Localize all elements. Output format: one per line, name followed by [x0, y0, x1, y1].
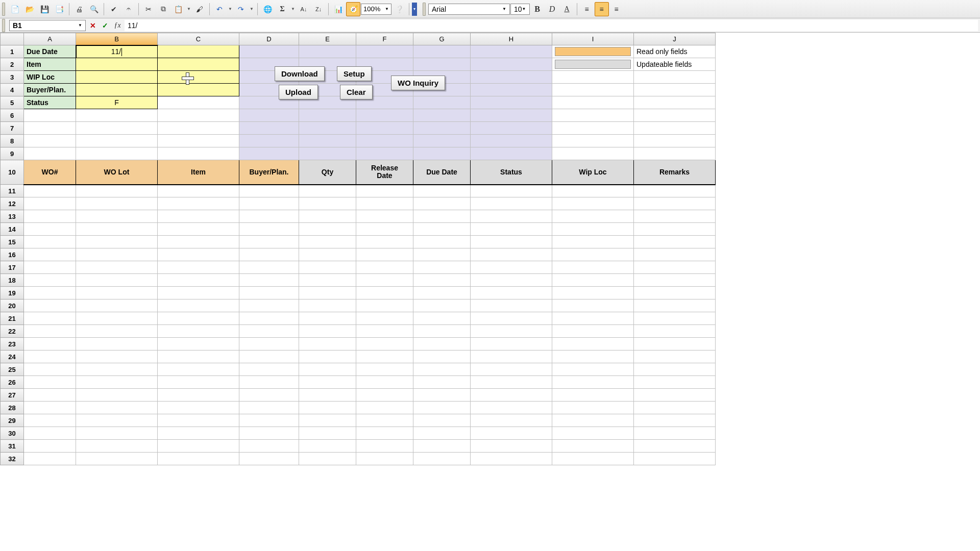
cell-A28[interactable]: [24, 402, 76, 414]
spreadsheet-area[interactable]: ABCDEFGHIJ1Due Date11/Read only fields2I…: [0, 33, 980, 551]
cell-H14[interactable]: [471, 223, 552, 236]
col-header-I[interactable]: I: [552, 33, 634, 45]
cell-G6[interactable]: [413, 109, 471, 122]
cell-A12[interactable]: [24, 197, 76, 210]
align-left-icon[interactable]: ≡: [580, 2, 594, 16]
cell-F22[interactable]: [356, 325, 413, 338]
row-header-31[interactable]: 31: [1, 440, 24, 453]
cell-F32[interactable]: [356, 453, 413, 465]
cell-H1[interactable]: [471, 45, 552, 58]
cell-B21[interactable]: [76, 312, 158, 325]
cell-B17[interactable]: [76, 261, 158, 274]
cell-H24[interactable]: [471, 350, 552, 363]
cell-G17[interactable]: [413, 261, 471, 274]
function-icon[interactable]: ƒx: [112, 20, 122, 31]
cell-E24[interactable]: [299, 350, 356, 363]
cell-E23[interactable]: [299, 338, 356, 350]
cell-J8[interactable]: [634, 135, 716, 147]
chart-icon[interactable]: 📊: [331, 2, 346, 16]
cell-E13[interactable]: [299, 210, 356, 223]
new-icon[interactable]: 📄: [8, 2, 22, 16]
cell-J29[interactable]: [634, 414, 716, 427]
cell-B19[interactable]: [76, 287, 158, 299]
cell-E16[interactable]: [299, 248, 356, 261]
cell-C31[interactable]: [158, 440, 239, 453]
cell-E25[interactable]: [299, 363, 356, 376]
cell-D20[interactable]: [239, 299, 299, 312]
cell-F9[interactable]: [356, 147, 413, 160]
cell-J13[interactable]: [634, 210, 716, 223]
col-header-G[interactable]: G: [413, 33, 471, 45]
row-header-21[interactable]: 21: [1, 312, 24, 325]
cell-D17[interactable]: [239, 261, 299, 274]
cell-J21[interactable]: [634, 312, 716, 325]
cell-E8[interactable]: [299, 135, 356, 147]
cell-I5[interactable]: [552, 96, 634, 109]
cell-I32[interactable]: [552, 453, 634, 465]
cell-C29[interactable]: [158, 414, 239, 427]
cell-I7[interactable]: [552, 122, 634, 135]
cell-B23[interactable]: [76, 338, 158, 350]
cell-A7[interactable]: [24, 122, 76, 135]
cell-I3[interactable]: [552, 71, 634, 84]
cell-F7[interactable]: [356, 122, 413, 135]
cell-I30[interactable]: [552, 427, 634, 440]
sum-icon[interactable]: Σ: [275, 2, 289, 16]
cell-F13[interactable]: [356, 210, 413, 223]
row-header-11[interactable]: 11: [1, 185, 24, 197]
cell-B31[interactable]: [76, 440, 158, 453]
cell-G16[interactable]: [413, 248, 471, 261]
cell-C20[interactable]: [158, 299, 239, 312]
cell-B11[interactable]: [76, 185, 158, 197]
cell-D18[interactable]: [239, 274, 299, 287]
cell-J11[interactable]: [634, 185, 716, 197]
cell-H19[interactable]: [471, 287, 552, 299]
input-due-date-from[interactable]: 11/: [76, 45, 158, 58]
cell-H13[interactable]: [471, 210, 552, 223]
cell-B25[interactable]: [76, 363, 158, 376]
cell-I31[interactable]: [552, 440, 634, 453]
row-header-6[interactable]: 6: [1, 109, 24, 122]
cell-G12[interactable]: [413, 197, 471, 210]
cell-B27[interactable]: [76, 389, 158, 402]
redo-icon[interactable]: ↷: [234, 2, 248, 16]
cell-A14[interactable]: [24, 223, 76, 236]
cell-I24[interactable]: [552, 350, 634, 363]
cell-C22[interactable]: [158, 325, 239, 338]
cell-G18[interactable]: [413, 274, 471, 287]
input-due-date-to[interactable]: [158, 45, 239, 58]
cell-A32[interactable]: [24, 453, 76, 465]
cell-D1[interactable]: [239, 45, 299, 58]
row-header-28[interactable]: 28: [1, 402, 24, 414]
cell-A31[interactable]: [24, 440, 76, 453]
input-status[interactable]: F: [76, 96, 158, 109]
cell-F30[interactable]: [356, 427, 413, 440]
navigator-icon[interactable]: 🧭: [346, 2, 360, 16]
cell-C18[interactable]: [158, 274, 239, 287]
cell-G25[interactable]: [413, 363, 471, 376]
row-header-2[interactable]: 2: [1, 58, 24, 71]
cell-B9[interactable]: [76, 147, 158, 160]
cell-E28[interactable]: [299, 402, 356, 414]
cell-F20[interactable]: [356, 299, 413, 312]
input-wip-loc-from[interactable]: [76, 71, 158, 84]
cell-H15[interactable]: [471, 236, 552, 248]
cell-B30[interactable]: [76, 427, 158, 440]
align-center-icon[interactable]: ≡: [595, 2, 609, 16]
cell-A13[interactable]: [24, 210, 76, 223]
cell-J25[interactable]: [634, 363, 716, 376]
cell-D21[interactable]: [239, 312, 299, 325]
cell-G22[interactable]: [413, 325, 471, 338]
row-header-18[interactable]: 18: [1, 274, 24, 287]
row-header-16[interactable]: 16: [1, 248, 24, 261]
cell-D7[interactable]: [239, 122, 299, 135]
cell-G19[interactable]: [413, 287, 471, 299]
row-header-8[interactable]: 8: [1, 135, 24, 147]
cell-I11[interactable]: [552, 185, 634, 197]
cell-H26[interactable]: [471, 376, 552, 389]
row-header-12[interactable]: 12: [1, 197, 24, 210]
cell-C16[interactable]: [158, 248, 239, 261]
toolbar-handle[interactable]: [2, 3, 5, 16]
formula-handle[interactable]: [2, 19, 5, 32]
col-header-E[interactable]: E: [299, 33, 356, 45]
